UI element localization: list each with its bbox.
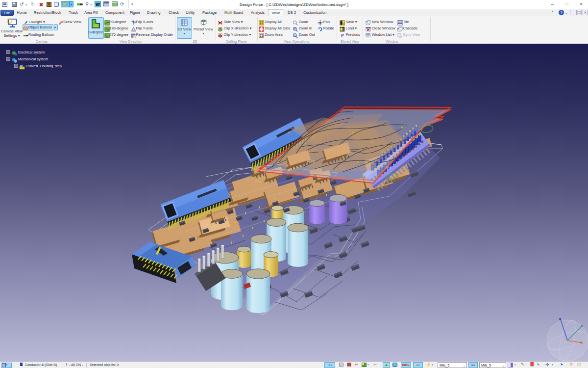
svg-text:Vid: Vid [386,166,391,169]
svg-text:Vold: Vold [255,180,261,183]
svg-text:Analog: Analog [270,246,280,250]
